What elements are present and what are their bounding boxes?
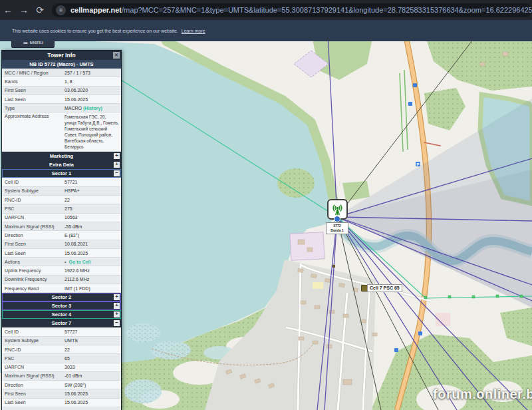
section-sector-1: Sector 1 − <box>2 169 121 178</box>
row-value: -55 dBm <box>65 224 121 229</box>
bullet: • <box>65 260 66 264</box>
table-row: UARFCN 3033 <box>2 363 121 372</box>
row-label: Maximum Signal (RSSI) <box>2 373 65 378</box>
close-icon[interactable]: ✕ <box>113 52 120 59</box>
sector-1-table-freq: Uplink Frequency 1922.6 MHz Downlink Fre… <box>2 266 121 293</box>
tower-label-band: Banda 1 <box>327 228 348 233</box>
collapse-icon[interactable]: − <box>114 170 120 176</box>
row-label: First Seen <box>2 88 65 93</box>
section-title: Sector 4 <box>52 311 72 317</box>
row-value: 275 <box>65 206 121 211</box>
row-value: 257 / 1 / 573 <box>65 71 121 75</box>
row-label: Frequency Band <box>2 286 65 291</box>
panel-subtitle: NB ID 5772 (Macro) - UMTS <box>2 60 121 69</box>
table-row: Last Seen 15.06.2025 <box>2 249 121 258</box>
cookie-learn-more-link[interactable]: Learn more <box>182 29 205 33</box>
address-value: Гомельская ГЭС, 20, улица Табута Д.В., Г… <box>65 114 121 150</box>
address-row: Approximate Address Гомельская ГЭС, 20, … <box>2 112 121 152</box>
tower-label[interactable]: 5772 Banda 1 <box>326 222 348 234</box>
table-row: First Seen 10.08.2021 <box>2 240 121 249</box>
type-row: Type MACRO (History) <box>2 104 121 112</box>
row-label: Maximum Signal (RSSI) <box>2 224 65 229</box>
row-label: System Subtype <box>2 188 65 193</box>
row-label: Bands <box>2 79 65 84</box>
row-label: UARFCN <box>2 215 65 220</box>
section-title: Sector 7 <box>52 320 72 326</box>
row-value: UMTS <box>65 338 121 343</box>
section-extra-data: Extra Data + <box>2 160 121 169</box>
expand-icon[interactable]: + <box>114 153 120 159</box>
expand-icon[interactable]: + <box>114 303 120 309</box>
row-value: 57727 <box>65 329 121 334</box>
cookie-banner: This website uses cookies to ensure you … <box>0 20 532 41</box>
row-value: 15.06.2025 <box>65 251 121 256</box>
row-value: 15.06.2025 <box>65 391 121 396</box>
expand-icon[interactable]: + <box>114 311 120 317</box>
site-info-icon[interactable]: ≡ <box>56 5 66 15</box>
expand-icon[interactable]: + <box>114 162 120 168</box>
section-title: Sector 1 <box>52 170 72 176</box>
panel-title: Tower Info <box>47 52 75 59</box>
back-icon[interactable]: ← <box>0 5 16 15</box>
row-value: 2112.6 MHz <box>65 277 121 282</box>
row-label: Last Seen <box>2 400 65 405</box>
row-value: 10.08.2021 <box>65 242 121 246</box>
row-value: 57721 <box>65 180 121 184</box>
row-label: PSC <box>2 206 65 211</box>
table-row: Cell ID 57721 <box>2 178 121 186</box>
row-value: 1922.6 MHz <box>65 268 121 273</box>
actions-row: Actions •Go to Cell <box>2 407 121 410</box>
tower-location-dot <box>334 216 340 222</box>
reload-icon[interactable]: ⟳ <box>32 5 48 15</box>
table-row: First Seen 03.06.2020 <box>2 87 121 95</box>
collapse-icon[interactable]: − <box>114 320 120 326</box>
url-path: /map?MCC=257&MNC=1&type=UMTS&latitude=55… <box>122 6 532 14</box>
row-label: First Seen <box>2 391 65 396</box>
row-label: RNC-ID <box>2 198 65 202</box>
row-value: HSPA+ <box>65 188 121 193</box>
row-label: Last Seen <box>2 251 65 256</box>
table-row: Cell ID 57727 <box>2 327 121 336</box>
antenna-icon <box>330 202 345 217</box>
browser-toolbar: ← → ⟳ ≡ cellmapper.net/map?MCC=257&MNC=1… <box>0 0 532 20</box>
table-row: PSC 65 <box>2 354 121 363</box>
row-label: Last Seen <box>2 97 65 102</box>
table-row: Last Seen 15.06.2025 <box>2 399 121 407</box>
row-label: Type <box>2 106 65 110</box>
row-label: UARFCN <box>2 365 65 369</box>
row-label: Direction <box>2 233 65 238</box>
row-label: Approximate Address <box>2 114 65 150</box>
forward-icon[interactable]: → <box>16 5 32 15</box>
type-value: MACRO <box>65 106 82 110</box>
expand-icon[interactable]: + <box>114 294 120 300</box>
section-title: Sector 2 <box>52 294 72 300</box>
row-value: E (82°) <box>65 233 121 238</box>
go-to-cell-link[interactable]: Go to Cell <box>68 260 90 264</box>
tower-label-id: 5772 <box>327 224 348 228</box>
row-label: Direction <box>2 383 65 387</box>
cookie-message: This website uses cookies to ensure you … <box>12 29 178 33</box>
table-row: UARFCN 10563 <box>2 214 121 222</box>
row-label: First Seen <box>2 242 65 246</box>
row-label: Downlink Frequency <box>2 277 65 282</box>
table-row: Downlink Frequency 2112.6 MHz <box>2 276 121 284</box>
table-row: RNC-ID 22 <box>2 196 121 204</box>
table-row: MCC / MNC / Region 257 / 1 / 573 <box>2 69 121 77</box>
row-label: PSC <box>2 356 65 361</box>
table-row: System Subtype UMTS <box>2 337 121 345</box>
row-value: 22 <box>65 198 121 202</box>
sector-1-table: Cell ID 57721 System Subtype HSPA+ RNC-I… <box>2 178 121 258</box>
row-value: 03.06.2020 <box>65 88 121 93</box>
section-marketing: Marketing + <box>2 152 121 160</box>
section-sector-3: Sector 3 + <box>2 302 121 310</box>
address-bar[interactable]: ≡ cellmapper.net/map?MCC=257&MNC=1&type=… <box>52 3 532 17</box>
row-value: -61 dBm <box>65 373 121 378</box>
cell-sector-label[interactable]: Cell 7 PSC 65 <box>367 284 402 292</box>
row-label: Actions <box>2 260 65 264</box>
sector-7-table: Cell ID 57727 System Subtype UMTS RNC-ID… <box>2 327 121 407</box>
history-link[interactable]: (History) <box>83 106 102 110</box>
svg-text:P: P <box>416 162 419 166</box>
row-label: Cell ID <box>2 329 65 334</box>
table-row: Frequency Band IMT (1 FDD) <box>2 284 121 293</box>
table-row: Direction E (82°) <box>2 231 121 240</box>
